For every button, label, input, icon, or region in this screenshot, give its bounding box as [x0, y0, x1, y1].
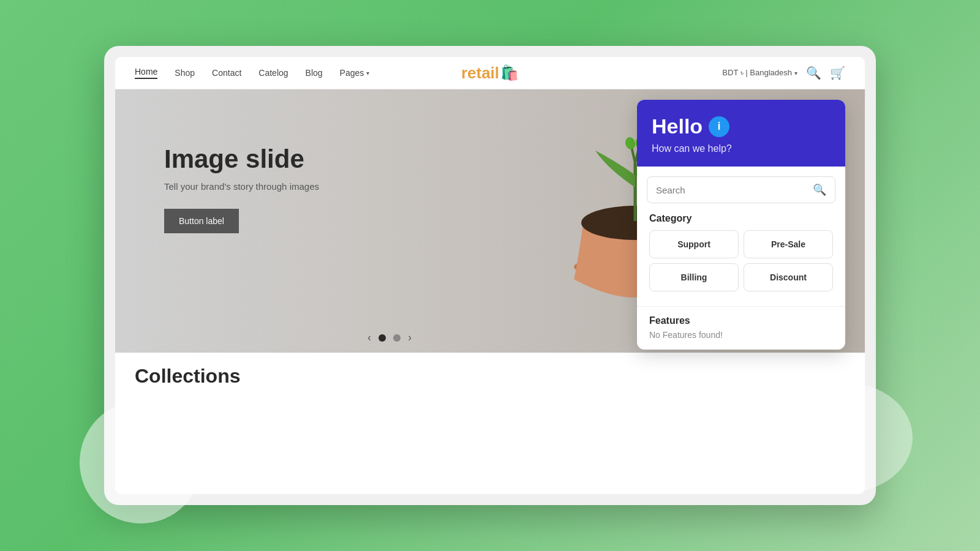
hero-cta-button[interactable]: Button label: [164, 209, 239, 233]
nav-right-controls: BDT ৳ | Bangladesh ▾ 🔍 🛒: [722, 66, 845, 80]
features-empty-text: No Features found!: [649, 330, 833, 340]
widget-header: Hello i How can we help?: [637, 100, 845, 167]
currency-label: BDT ৳ | Bangladesh: [722, 68, 792, 78]
logo-bag-icon: 🛍️: [500, 64, 519, 81]
slide-prev-button[interactable]: ‹: [368, 331, 371, 344]
logo-text: retail: [461, 64, 499, 83]
nav-catelog[interactable]: Catelog: [258, 68, 288, 78]
widget-hello-row: Hello i: [652, 114, 831, 138]
hero-title: Image slide: [164, 144, 319, 174]
currency-selector[interactable]: BDT ৳ | Bangladesh ▾: [722, 68, 797, 78]
collections-section: Collections: [115, 353, 865, 394]
help-search-icon: 🔍: [813, 183, 826, 197]
help-search-input[interactable]: [656, 185, 813, 195]
widget-hello-text: Hello: [652, 114, 703, 138]
currency-chevron-icon: ▾: [794, 70, 797, 77]
info-icon: i: [709, 116, 729, 137]
cart-icon: 🛒: [830, 66, 845, 80]
slide-dot-1[interactable]: [379, 334, 386, 342]
nav-shop[interactable]: Shop: [175, 68, 195, 78]
category-grid: Support Pre-Sale Billing Discount: [647, 230, 835, 291]
collections-title: Collections: [135, 365, 845, 388]
cart-button[interactable]: 🛒: [830, 66, 845, 80]
hero-text-block: Image slide Tell your brand's story thro…: [164, 144, 319, 233]
navbar: Home Shop Contact Catelog Blog Pages ▾ r…: [115, 57, 865, 89]
slide-dot-2[interactable]: [393, 334, 401, 342]
category-title: Category: [647, 213, 835, 224]
category-discount[interactable]: Discount: [744, 263, 833, 291]
help-search-box[interactable]: 🔍: [647, 176, 835, 203]
widget-body: 🔍 Category Support Pre-Sale Billing Disc…: [637, 167, 845, 306]
category-support[interactable]: Support: [649, 230, 739, 258]
nav-pages-dropdown[interactable]: Pages ▾: [340, 68, 370, 78]
svg-point-5: [624, 136, 637, 150]
laptop-frame: Home Shop Contact Catelog Blog Pages ▾ r…: [104, 46, 876, 505]
hero-subtitle: Tell your brand's story through images: [164, 181, 319, 192]
nav-blog[interactable]: Blog: [306, 68, 323, 78]
info-symbol: i: [718, 120, 721, 133]
nav-home[interactable]: Home: [135, 67, 157, 79]
features-section: Features No Features found!: [637, 306, 845, 350]
category-billing[interactable]: Billing: [649, 263, 739, 291]
nav-links: Home Shop Contact Catelog Blog Pages ▾: [135, 67, 369, 79]
help-widget: Hello i How can we help? 🔍 Category: [637, 100, 845, 350]
chevron-down-icon: ▾: [366, 70, 369, 77]
category-section: Category Support Pre-Sale Billing Discou…: [647, 213, 835, 291]
widget-subtext: How can we help?: [652, 143, 831, 154]
search-button[interactable]: 🔍: [806, 66, 821, 80]
screen: Home Shop Contact Catelog Blog Pages ▾ r…: [115, 57, 865, 494]
slide-indicators: ‹ ›: [368, 331, 412, 344]
nav-contact[interactable]: Contact: [212, 68, 241, 78]
category-presale[interactable]: Pre-Sale: [744, 230, 833, 258]
features-title: Features: [649, 315, 833, 326]
logo[interactable]: retail 🛍️: [461, 64, 519, 83]
slide-next-button[interactable]: ›: [408, 331, 412, 344]
search-icon: 🔍: [806, 66, 821, 80]
nav-pages-label: Pages: [340, 68, 364, 78]
